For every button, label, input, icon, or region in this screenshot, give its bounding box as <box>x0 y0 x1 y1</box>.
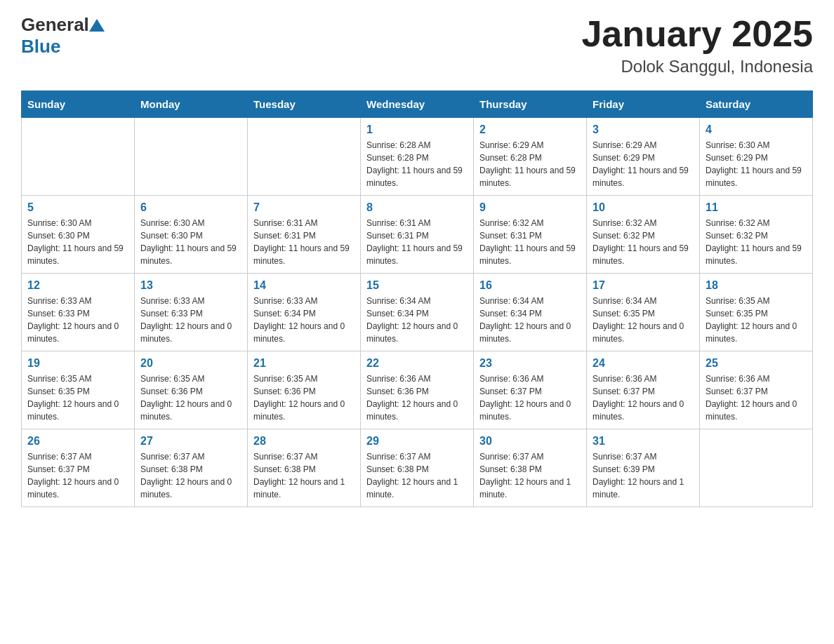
calendar-cell: 21Sunrise: 6:35 AMSunset: 6:36 PMDayligh… <box>248 351 361 429</box>
calendar-cell: 5Sunrise: 6:30 AMSunset: 6:30 PMDaylight… <box>22 196 135 274</box>
day-number: 14 <box>253 279 355 292</box>
day-info: Sunrise: 6:37 AMSunset: 6:39 PMDaylight:… <box>593 450 694 501</box>
day-info: Sunrise: 6:33 AMSunset: 6:34 PMDaylight:… <box>253 295 355 345</box>
day-info: Sunrise: 6:32 AMSunset: 6:32 PMDaylight:… <box>593 217 694 267</box>
calendar-cell: 4Sunrise: 6:30 AMSunset: 6:29 PMDaylight… <box>700 118 813 196</box>
day-number: 25 <box>706 357 807 370</box>
calendar-cell: 24Sunrise: 6:36 AMSunset: 6:37 PMDayligh… <box>587 351 700 429</box>
day-number: 28 <box>253 435 355 448</box>
day-number: 5 <box>27 201 128 214</box>
day-info: Sunrise: 6:35 AMSunset: 6:36 PMDaylight:… <box>140 373 241 423</box>
day-info: Sunrise: 6:28 AMSunset: 6:28 PMDaylight:… <box>366 139 468 189</box>
day-info: Sunrise: 6:30 AMSunset: 6:30 PMDaylight:… <box>140 217 241 267</box>
calendar-cell: 19Sunrise: 6:35 AMSunset: 6:35 PMDayligh… <box>22 351 135 429</box>
calendar-cell: 12Sunrise: 6:33 AMSunset: 6:33 PMDayligh… <box>22 274 135 351</box>
calendar-cell: 10Sunrise: 6:32 AMSunset: 6:32 PMDayligh… <box>587 196 700 274</box>
day-number: 18 <box>706 279 807 292</box>
calendar-cell: 8Sunrise: 6:31 AMSunset: 6:31 PMDaylight… <box>361 196 474 274</box>
logo: General Blue <box>21 14 105 58</box>
day-number: 8 <box>366 201 468 214</box>
weekday-header-saturday: Saturday <box>700 91 813 118</box>
day-info: Sunrise: 6:30 AMSunset: 6:30 PMDaylight:… <box>27 217 128 267</box>
logo-icon <box>89 19 105 32</box>
calendar-week-1: 1Sunrise: 6:28 AMSunset: 6:28 PMDaylight… <box>22 118 813 196</box>
day-number: 17 <box>593 279 694 292</box>
day-info: Sunrise: 6:37 AMSunset: 6:37 PMDaylight:… <box>27 450 128 501</box>
day-info: Sunrise: 6:29 AMSunset: 6:28 PMDaylight:… <box>479 139 581 189</box>
day-info: Sunrise: 6:35 AMSunset: 6:35 PMDaylight:… <box>27 373 128 423</box>
calendar-cell: 17Sunrise: 6:34 AMSunset: 6:35 PMDayligh… <box>587 274 700 351</box>
weekday-header-wednesday: Wednesday <box>361 91 474 118</box>
title-block: January 2025 Dolok Sanggul, Indonesia <box>581 14 813 76</box>
calendar-week-3: 12Sunrise: 6:33 AMSunset: 6:33 PMDayligh… <box>22 274 813 351</box>
calendar-table: SundayMondayTuesdayWednesdayThursdayFrid… <box>21 90 813 507</box>
day-number: 27 <box>140 435 241 448</box>
day-number: 4 <box>706 123 807 136</box>
day-number: 19 <box>27 357 128 370</box>
day-info: Sunrise: 6:34 AMSunset: 6:34 PMDaylight:… <box>366 295 468 345</box>
day-number: 21 <box>253 357 355 370</box>
location-title: Dolok Sanggul, Indonesia <box>581 57 813 76</box>
calendar-cell: 23Sunrise: 6:36 AMSunset: 6:37 PMDayligh… <box>474 351 587 429</box>
day-number: 30 <box>479 435 581 448</box>
day-number: 13 <box>140 279 241 292</box>
calendar-cell: 29Sunrise: 6:37 AMSunset: 6:38 PMDayligh… <box>361 429 474 507</box>
calendar-cell: 3Sunrise: 6:29 AMSunset: 6:29 PMDaylight… <box>587 118 700 196</box>
calendar-cell: 7Sunrise: 6:31 AMSunset: 6:31 PMDaylight… <box>248 196 361 274</box>
day-info: Sunrise: 6:36 AMSunset: 6:36 PMDaylight:… <box>366 373 468 423</box>
calendar-cell <box>700 429 813 507</box>
day-number: 3 <box>593 123 694 136</box>
day-info: Sunrise: 6:31 AMSunset: 6:31 PMDaylight:… <box>253 217 355 267</box>
day-info: Sunrise: 6:36 AMSunset: 6:37 PMDaylight:… <box>706 373 807 423</box>
page-header: General Blue January 2025 Dolok Sanggul,… <box>21 14 813 76</box>
day-info: Sunrise: 6:33 AMSunset: 6:33 PMDaylight:… <box>140 295 241 345</box>
calendar-cell: 2Sunrise: 6:29 AMSunset: 6:28 PMDaylight… <box>474 118 587 196</box>
day-info: Sunrise: 6:35 AMSunset: 6:36 PMDaylight:… <box>253 373 355 423</box>
calendar-cell: 22Sunrise: 6:36 AMSunset: 6:36 PMDayligh… <box>361 351 474 429</box>
day-info: Sunrise: 6:29 AMSunset: 6:29 PMDaylight:… <box>593 139 694 189</box>
calendar-cell: 14Sunrise: 6:33 AMSunset: 6:34 PMDayligh… <box>248 274 361 351</box>
day-info: Sunrise: 6:32 AMSunset: 6:32 PMDaylight:… <box>706 217 807 267</box>
day-info: Sunrise: 6:33 AMSunset: 6:33 PMDaylight:… <box>27 295 128 345</box>
day-number: 31 <box>593 435 694 448</box>
day-number: 11 <box>706 201 807 214</box>
day-number: 7 <box>253 201 355 214</box>
calendar-header: SundayMondayTuesdayWednesdayThursdayFrid… <box>22 91 813 118</box>
calendar-cell: 27Sunrise: 6:37 AMSunset: 6:38 PMDayligh… <box>135 429 248 507</box>
calendar-cell: 6Sunrise: 6:30 AMSunset: 6:30 PMDaylight… <box>135 196 248 274</box>
month-title: January 2025 <box>581 14 813 54</box>
day-info: Sunrise: 6:35 AMSunset: 6:35 PMDaylight:… <box>706 295 807 345</box>
logo-general-text: General <box>21 14 89 36</box>
calendar-cell: 15Sunrise: 6:34 AMSunset: 6:34 PMDayligh… <box>361 274 474 351</box>
calendar-cell: 11Sunrise: 6:32 AMSunset: 6:32 PMDayligh… <box>700 196 813 274</box>
day-number: 6 <box>140 201 241 214</box>
calendar-week-5: 26Sunrise: 6:37 AMSunset: 6:37 PMDayligh… <box>22 429 813 507</box>
day-number: 9 <box>479 201 581 214</box>
weekday-header-sunday: Sunday <box>22 91 135 118</box>
day-info: Sunrise: 6:32 AMSunset: 6:31 PMDaylight:… <box>479 217 581 267</box>
day-number: 22 <box>366 357 468 370</box>
calendar-cell: 9Sunrise: 6:32 AMSunset: 6:31 PMDaylight… <box>474 196 587 274</box>
svg-marker-0 <box>89 19 105 32</box>
day-info: Sunrise: 6:37 AMSunset: 6:38 PMDaylight:… <box>140 450 241 501</box>
calendar-cell: 20Sunrise: 6:35 AMSunset: 6:36 PMDayligh… <box>135 351 248 429</box>
day-number: 1 <box>366 123 468 136</box>
calendar-week-4: 19Sunrise: 6:35 AMSunset: 6:35 PMDayligh… <box>22 351 813 429</box>
day-info: Sunrise: 6:36 AMSunset: 6:37 PMDaylight:… <box>479 373 581 423</box>
day-info: Sunrise: 6:37 AMSunset: 6:38 PMDaylight:… <box>366 450 468 501</box>
calendar-cell <box>135 118 248 196</box>
day-number: 12 <box>27 279 128 292</box>
calendar-cell: 18Sunrise: 6:35 AMSunset: 6:35 PMDayligh… <box>700 274 813 351</box>
day-info: Sunrise: 6:37 AMSunset: 6:38 PMDaylight:… <box>253 450 355 501</box>
day-number: 26 <box>27 435 128 448</box>
day-number: 20 <box>140 357 241 370</box>
day-info: Sunrise: 6:36 AMSunset: 6:37 PMDaylight:… <box>593 373 694 423</box>
day-number: 16 <box>479 279 581 292</box>
calendar-cell: 1Sunrise: 6:28 AMSunset: 6:28 PMDaylight… <box>361 118 474 196</box>
weekday-header-tuesday: Tuesday <box>248 91 361 118</box>
calendar-week-2: 5Sunrise: 6:30 AMSunset: 6:30 PMDaylight… <box>22 196 813 274</box>
calendar-cell: 25Sunrise: 6:36 AMSunset: 6:37 PMDayligh… <box>700 351 813 429</box>
day-number: 29 <box>366 435 468 448</box>
calendar-cell: 26Sunrise: 6:37 AMSunset: 6:37 PMDayligh… <box>22 429 135 507</box>
calendar-cell: 28Sunrise: 6:37 AMSunset: 6:38 PMDayligh… <box>248 429 361 507</box>
